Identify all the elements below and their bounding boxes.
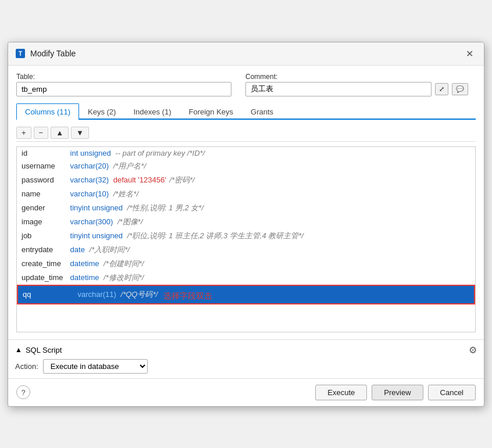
action-select[interactable]: Execute in database Preview only Save to… [43,359,148,374]
tab-foreign-keys[interactable]: Foreign Keys [180,103,242,120]
columns-toolbar: + − ▲ ▼ [16,124,476,142]
table-row[interactable]: job tinyint unsigned /*职位,说明: 1 班主任,2 讲师… [17,229,475,243]
sql-title: ▲ SQL Script [15,346,62,354]
table-name-input[interactable] [16,82,231,96]
execute-button[interactable]: Execute [315,385,367,400]
tab-indexes[interactable]: Indexes (1) [124,103,180,120]
table-row[interactable]: username varchar(20) /*用户名*/ [17,159,475,173]
dialog-body: Table: Comment: ⤢ 💬 Columns (11) Keys (2… [8,66,484,339]
tab-columns[interactable]: Columns (11) [16,103,79,120]
table-row[interactable]: qq varchar(11) /*QQ号码*/ 选择字段双击 [17,285,475,304]
comment-input[interactable] [245,82,432,96]
add-column-button[interactable]: + [16,127,31,139]
action-row: Action: Execute in database Preview only… [15,359,477,374]
table-row[interactable]: create_time datetime /*创建时间*/ [17,257,475,271]
table-row[interactable]: name varchar(10) /*姓名*/ [17,187,475,201]
tab-keys[interactable]: Keys (2) [79,103,124,120]
move-up-button[interactable]: ▲ [51,127,69,139]
preview-button[interactable]: Preview [372,385,423,400]
table-row[interactable]: id int unsigned -- part of primary key /… [17,147,475,159]
title-bar-left: T Modify Table [15,48,76,59]
hint-text: 选择字段双击 [163,291,212,302]
action-label: Action: [15,362,38,371]
gear-icon[interactable]: ⚙ [469,345,477,356]
comment-group: Comment: ⤢ 💬 [245,73,468,96]
app-icon: T [15,48,26,59]
dialog-title: Modify Table [30,49,76,58]
remove-column-button[interactable]: − [34,127,49,139]
modify-table-dialog: T Modify Table ✕ Table: Comment: ⤢ 💬 C [8,42,484,407]
table-label: Table: [16,73,231,81]
sql-header: ▲ SQL Script ⚙ [15,345,477,356]
tab-grants[interactable]: Grants [242,103,282,120]
form-row: Table: Comment: ⤢ 💬 [16,73,476,96]
comment-row: ⤢ 💬 [245,82,468,96]
cancel-button[interactable]: Cancel [428,385,476,400]
help-button[interactable]: ? [16,385,30,399]
svg-text:T: T [19,51,22,57]
tabs-bar: Columns (11) Keys (2) Indexes (1) Foreig… [16,103,476,120]
table-row[interactable]: gender tinyint unsigned /*性别,说明: 1 男,2 女… [17,201,475,215]
table-row[interactable]: password varchar(32) default '123456' /*… [17,173,475,187]
bubble-button[interactable]: 💬 [452,83,468,95]
table-row[interactable]: image varchar(300) /*图像*/ [17,215,475,229]
comment-label: Comment: [245,73,468,81]
sql-section: ▲ SQL Script ⚙ Action: Execute in databa… [8,339,484,378]
sql-title-label: SQL Script [26,346,62,354]
table-row[interactable]: entrydate date /*入职时间*/ [17,243,475,257]
footer: ? Execute Preview Cancel [8,378,484,406]
expand-button[interactable]: ⤢ [435,83,448,95]
sql-toggle-button[interactable]: ▲ [15,346,22,354]
table-name-group: Table: [16,73,231,96]
columns-area: id int unsigned -- part of primary key /… [16,146,476,332]
footer-buttons: Execute Preview Cancel [315,385,476,400]
close-button[interactable]: ✕ [462,47,477,60]
table-row[interactable]: update_time datetime /*修改时间*/ [17,271,475,285]
title-bar: T Modify Table ✕ [8,42,484,66]
move-down-button[interactable]: ▼ [71,127,89,139]
